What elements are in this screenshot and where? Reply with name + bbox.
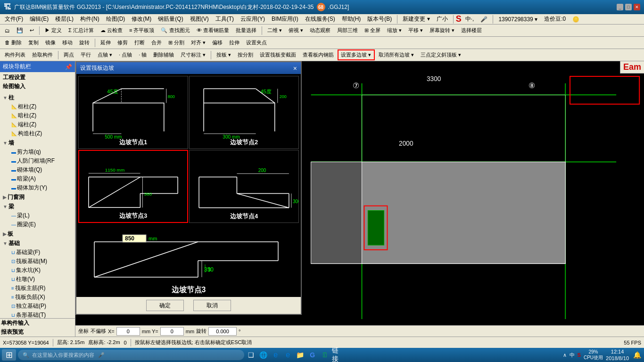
taskbar-ie[interactable]: e — [283, 350, 293, 360]
tb-offset[interactable]: 偏移 — [209, 38, 225, 48]
cad-view[interactable]: Eam ⑦ ⑧ 3300 2000 — [302, 61, 644, 337]
tb-2d[interactable]: 二维 ▾ — [264, 25, 285, 35]
item-civil-wall[interactable]: ▬ 人防门框墙(RF — [2, 156, 73, 165]
taskbar-link[interactable]: 链接 — [332, 350, 342, 360]
menu-bim[interactable]: BIM应用(I) — [269, 14, 301, 24]
tb-batch-select[interactable]: 批量选择 — [233, 25, 259, 35]
tb-mirror[interactable]: 镜像 — [42, 38, 58, 48]
taskbar-lang[interactable]: 中 — [570, 352, 575, 359]
tb-delete[interactable]: 🗑 删除 — [2, 38, 25, 48]
notification-button[interactable]: 🔔 — [632, 350, 642, 360]
item-col-cap[interactable]: ⊔ 柱墩(V) — [2, 275, 73, 284]
canvas-area[interactable]: 设置筏板边坡 × 45度 500 mm — [75, 61, 644, 337]
tb-stretch[interactable]: 拉伸 — [226, 38, 242, 48]
tb-select-floor[interactable]: 选择楼层 — [458, 25, 485, 35]
item-beam[interactable]: — 梁(L) — [2, 211, 73, 220]
item-found-beam[interactable]: ⊔ 基础梁(F) — [2, 248, 73, 257]
menu-price-icon[interactable]: 🪙 — [570, 15, 582, 24]
item-ring-beam[interactable]: — 圈梁(E) — [2, 220, 73, 229]
taskbar-task-view[interactable]: ❑ — [246, 350, 256, 360]
tb-comp-list[interactable]: 构件列表 — [2, 50, 28, 60]
rotate-input[interactable] — [208, 327, 237, 336]
item-isolated-found[interactable]: ⊡ 独立基础(P) — [2, 302, 73, 311]
taskbar-folder[interactable]: 📁 — [295, 350, 305, 360]
tb-top-view[interactable]: 俯视 ▾ — [286, 25, 306, 35]
node-cell-3[interactable]: 1150 mm 360 边坡节点3 — [78, 150, 188, 223]
group-column-header[interactable]: ▼ 柱 — [2, 93, 73, 102]
group-door-win-header[interactable]: ▶ 门窗洞 — [2, 193, 73, 202]
menu-price[interactable]: 造价豆:0 — [541, 14, 569, 24]
dialog-close-button[interactable]: × — [293, 65, 297, 72]
tb-zoom[interactable]: 缩放 ▾ — [384, 25, 405, 35]
item-raft-neg-rebar[interactable]: ≡ 筏板负筋(X) — [2, 293, 73, 302]
tb-extend[interactable]: 延伸 — [98, 38, 114, 48]
menu-rebar[interactable]: 钢筋量(Q) — [155, 14, 186, 24]
tb-pan[interactable]: 平移 ▾ — [405, 25, 426, 35]
tb-set-multi-slope[interactable]: 设置多边坡 ▾ — [338, 49, 374, 60]
menu-zhong[interactable]: 中·, — [462, 14, 477, 24]
tb-fullscreen[interactable]: ⊞ 全屏 — [362, 25, 383, 35]
menu-new-change[interactable]: 新建变更 ▾ — [400, 14, 432, 24]
tb-axis-axis[interactable]: · 轴 — [136, 50, 149, 60]
section-drawing-header[interactable]: 绘图输入 — [2, 82, 73, 91]
tb-copy[interactable]: 复制 — [25, 38, 41, 48]
dialog-cancel-button[interactable]: 取消 — [193, 300, 231, 311]
taskbar-gcal[interactable]: 🗓 — [320, 350, 330, 360]
group-slab-header[interactable]: ▶ 板 — [2, 230, 73, 239]
menu-help[interactable]: 帮助(H) — [339, 14, 364, 24]
tb-align[interactable]: 对齐 ▾ — [188, 38, 208, 48]
item-end-col[interactable]: 📐 端柱(Z) — [2, 120, 73, 129]
tb-parallel[interactable]: 平行 — [78, 50, 94, 60]
node-cell-4[interactable]: 300 200 边坡节点4 — [189, 150, 299, 223]
tb-split[interactable]: ⊞ 分割 — [165, 38, 187, 48]
menu-draw[interactable]: 绘图(D) — [103, 14, 128, 24]
item-pit[interactable]: ⊔ 集水坑(K) — [2, 266, 73, 275]
menu-phone[interactable]: 13907298339 ▾ — [495, 15, 540, 24]
tb-merge[interactable]: 合并 — [149, 38, 165, 48]
node-cell-2[interactable]: 45度 300 mm 200 边坡节点2 — [189, 76, 299, 149]
item-construct-col[interactable]: 📐 构造柱(Z) — [2, 129, 73, 138]
node-cell-1[interactable]: 45度 500 mm 800 边坡节点1 — [78, 76, 188, 149]
taskbar-internet[interactable]: 🌐 — [258, 350, 269, 360]
tb-align-top[interactable]: ≡ 齐平板顶 — [126, 25, 157, 35]
item-hidden-col[interactable]: 📐 暗柱(Z) — [2, 111, 73, 120]
tb-by-split[interactable]: 按分割 — [235, 50, 256, 60]
tb-grip[interactable]: 设置夹点 — [243, 38, 270, 48]
tb-by-board[interactable]: 按板 ▾ — [214, 50, 234, 60]
tb-screen-rotate[interactable]: 屏幕旋转 ▾ — [427, 25, 457, 35]
menu-mic[interactable]: 🎤 — [478, 15, 490, 24]
item-raft-main-rebar[interactable]: ≡ 筏板主筋(R) — [2, 284, 73, 293]
close-button[interactable]: ✕ — [634, 4, 640, 10]
tb-rotate[interactable]: 旋转 — [76, 38, 92, 48]
item-shear-wall[interactable]: ▬ 剪力墙(q) — [2, 148, 73, 156]
minimize-button[interactable]: _ — [617, 4, 623, 10]
group-foundation-header[interactable]: ▼ 基础 — [2, 239, 73, 248]
menu-component[interactable]: 构件(N) — [77, 14, 102, 24]
tb-view-board-rebar[interactable]: 查看板内钢筋 — [300, 50, 337, 60]
menu-cloud[interactable]: 云应用(Y) — [238, 14, 268, 24]
dialog-confirm-button[interactable]: 确定 — [146, 300, 184, 311]
start-button[interactable]: ⊞ — [2, 349, 16, 361]
x-input[interactable] — [116, 327, 140, 336]
taskbar-soling[interactable]: S — [578, 352, 581, 358]
tb-set-raft-section[interactable]: 设置筏板变截面 — [257, 50, 299, 60]
menu-edit[interactable]: 编辑(E) — [27, 14, 51, 24]
tb-save[interactable]: 💾 — [14, 26, 26, 35]
tb-break[interactable]: 打断 — [132, 38, 148, 48]
tb-pt-axis2[interactable]: · 点轴 — [116, 50, 135, 60]
tb-trim[interactable]: 修剪 — [115, 38, 131, 48]
menu-file[interactable]: 文件(F) — [2, 14, 26, 24]
tb-two-pt[interactable]: 两点 — [61, 50, 77, 60]
menu-version[interactable]: 版本号(B) — [364, 14, 395, 24]
group-wall-header[interactable]: ▼ 墙 — [2, 139, 73, 148]
tb-del-aux[interactable]: 删除辅轴 — [150, 50, 177, 60]
tb-calculate[interactable]: Σ 汇总计算 — [66, 25, 97, 35]
item-raft-found[interactable]: ⊡ 筏板基础(M) — [2, 257, 73, 266]
tb-cloud-check[interactable]: ☁ 云检查 — [98, 25, 125, 35]
section-single-comp[interactable]: 单构件输入 — [0, 319, 75, 328]
tb-pick-comp[interactable]: 拾取构件 — [29, 50, 56, 60]
section-report[interactable]: 报表预览 — [0, 328, 75, 337]
menu-layer[interactable]: 楼层(L) — [52, 14, 76, 24]
maximize-button[interactable]: □ — [625, 4, 632, 10]
taskbar-icon1[interactable]: ∧ — [563, 352, 567, 358]
